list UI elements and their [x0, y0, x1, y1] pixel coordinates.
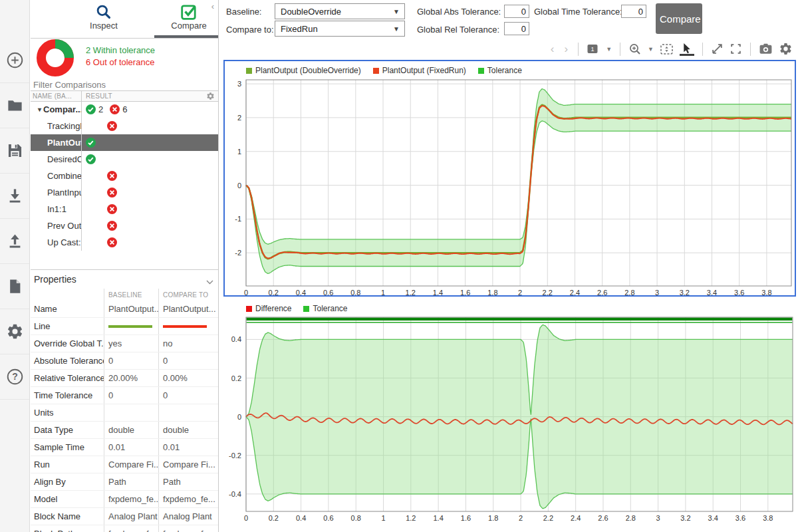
result-cell — [82, 234, 219, 251]
property-label: Block Name — [31, 511, 104, 521]
property-label: Block Path — [31, 529, 104, 532]
dropdown-caret-icon[interactable]: ▼ — [648, 46, 654, 53]
signal-name-label: PlantInpu — [47, 188, 82, 198]
svg-text:0.2: 0.2 — [269, 289, 279, 295]
toolbar-separator — [578, 43, 579, 56]
fullscreen-icon[interactable] — [730, 43, 742, 55]
snapshot-camera-icon[interactable] — [759, 43, 773, 55]
comparison-row-in1-1[interactable]: In1:1 — [31, 201, 219, 217]
tree-expand-caret[interactable]: ▾ — [38, 106, 41, 113]
global-time-tolerance-input[interactable] — [621, 5, 646, 18]
svg-text:0.2: 0.2 — [269, 514, 279, 522]
tab-inspect[interactable]: Inspect — [61, 0, 147, 38]
toolbar-separator — [620, 43, 620, 56]
difference-chart[interactable]: DifferenceTolerance 00.20.40.60.811.21.4… — [223, 301, 796, 532]
report-document-icon[interactable] — [0, 264, 29, 309]
add-circle-icon[interactable] — [0, 38, 29, 83]
comparison-summary: 2 Within tolerance 6 Out of tolerance — [31, 38, 218, 79]
zoom-in-icon[interactable] — [628, 43, 642, 56]
comparison-row-prev-out-[interactable]: Prev Out: — [31, 217, 219, 234]
help-question-icon[interactable]: ? — [0, 354, 29, 400]
global-abs-tolerance-input[interactable] — [504, 5, 529, 18]
toolbar-separator — [702, 43, 703, 56]
property-row-data-type: Data Typedoubledouble — [31, 422, 219, 439]
comparison-row-compar-[interactable]: ▾Compar...26 — [31, 101, 219, 118]
tab-compare-label: Compare — [171, 21, 206, 31]
result-cell: 26 — [82, 101, 219, 118]
folder-open-icon[interactable] — [0, 83, 29, 128]
collapse-properties-chevron[interactable] — [206, 276, 213, 287]
save-disk-icon[interactable] — [0, 128, 29, 174]
svg-text:1.2: 1.2 — [406, 514, 416, 522]
svg-text:2.8: 2.8 — [624, 289, 634, 295]
legend-item-plantoutput-fixedrun-: PlantOutput (FixedRun) — [373, 66, 466, 75]
chart-toolbar: ‹›1▼▼ — [219, 38, 798, 60]
svg-text:1.2: 1.2 — [406, 289, 416, 295]
next-arrow-icon[interactable]: › — [562, 43, 570, 55]
comparison-row-combine[interactable]: Combine — [31, 168, 219, 184]
dropdown-caret-icon[interactable]: ▼ — [606, 46, 612, 53]
expand-diagonal-icon[interactable] — [711, 43, 724, 55]
fail-icon — [107, 121, 117, 131]
cursor-arrow-active-icon[interactable] — [680, 43, 694, 56]
fit-to-view-icon[interactable] — [660, 43, 674, 56]
svg-text:2.4: 2.4 — [570, 289, 580, 295]
chart1-plot[interactable]: 00.20.40.60.811.21.41.61.822.22.42.62.83… — [225, 77, 793, 295]
collapse-panel-chevron[interactable]: ‹ — [211, 1, 214, 11]
signal-name-label: DesiredC — [47, 154, 82, 164]
prev-arrow-icon[interactable]: ‹ — [549, 43, 557, 55]
property-label: Units — [31, 408, 104, 418]
property-label: Sample Time — [31, 442, 104, 452]
global-rel-tolerance-label: Global Rel Tolerance: — [417, 25, 499, 35]
svg-text:3.8: 3.8 — [763, 514, 773, 522]
column-settings-gear-icon[interactable] — [206, 92, 215, 102]
property-row-sample-time: Sample Time0.010.01 — [31, 439, 219, 456]
import-download-icon[interactable] — [0, 174, 29, 219]
legend-item-tolerance: Tolerance — [478, 66, 522, 75]
export-upload-icon[interactable] — [0, 219, 29, 264]
compare-to-run-select[interactable]: FixedRun ▼ — [275, 21, 405, 37]
result-cell — [82, 168, 219, 184]
compare-button[interactable]: Compare — [656, 3, 702, 34]
magnifier-icon — [95, 3, 112, 21]
property-compare-value: fxpdemo_fe... — [158, 525, 219, 532]
global-rel-tolerance-input[interactable] — [504, 22, 529, 35]
fail-count: 6 — [122, 104, 127, 114]
svg-text:3.2: 3.2 — [680, 289, 690, 295]
result-column-header: RESULT — [82, 92, 112, 100]
property-baseline-value: Analog Plant — [104, 508, 158, 525]
comparison-row-plantinpu[interactable]: PlantInpu — [31, 184, 219, 201]
fail-icon — [110, 104, 120, 114]
signal-name-label: Compar... — [43, 104, 82, 114]
chart2-plot[interactable]: 00.20.40.60.811.21.41.61.822.22.42.62.83… — [223, 315, 795, 531]
property-row-time-tolerance: Time Tolerance00 — [31, 387, 219, 404]
comparison-row-plantoutp[interactable]: PlantOutp — [31, 134, 219, 151]
svg-text:2: 2 — [237, 114, 241, 122]
filter-comparisons-input[interactable] — [31, 78, 219, 91]
chart-settings-gear-icon[interactable] — [779, 42, 793, 56]
baseline-compare-chart[interactable]: PlantOutput (DoubleOverride)PlantOutput … — [223, 60, 796, 297]
baseline-run-select[interactable]: DoubleOverride ▼ — [275, 3, 405, 19]
legend-item-difference: Difference — [246, 304, 291, 313]
property-baseline-value: Compare Fi... — [104, 456, 158, 473]
property-compare-value: 0 — [158, 387, 219, 404]
result-cell — [82, 151, 219, 168]
comparison-row-up-cast-[interactable]: Up Cast: — [31, 234, 219, 251]
subplot-layout-1-icon[interactable]: 1 — [587, 43, 600, 55]
svg-text:1.4: 1.4 — [433, 289, 443, 295]
settings-gear-icon[interactable] — [0, 309, 29, 354]
comparison-row-desiredc[interactable]: DesiredC — [31, 151, 219, 168]
comparison-row-trackinge[interactable]: TrackingE — [31, 118, 219, 134]
svg-text:1.8: 1.8 — [488, 514, 498, 522]
svg-text:3.4: 3.4 — [707, 289, 717, 295]
svg-text:0.8: 0.8 — [350, 289, 360, 295]
svg-text:1.8: 1.8 — [487, 289, 497, 295]
svg-text:0.4: 0.4 — [231, 335, 241, 343]
property-label: Data Type — [31, 425, 104, 435]
signal-name-label: Prev Out: — [47, 221, 82, 231]
tab-compare[interactable]: Compare — [146, 0, 219, 38]
svg-text:1: 1 — [381, 514, 385, 522]
svg-text:0.4: 0.4 — [296, 514, 306, 522]
legend-swatch — [478, 68, 484, 74]
svg-text:-1: -1 — [235, 215, 241, 223]
